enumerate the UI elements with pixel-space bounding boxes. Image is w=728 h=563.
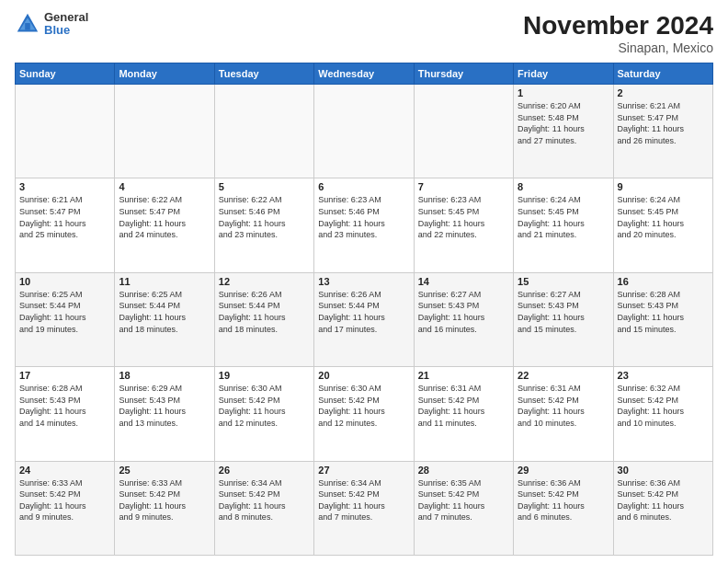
day-info: Sunrise: 6:33 AM Sunset: 5:42 PM Dayligh… [19,477,110,523]
weekday-header-friday: Friday [514,63,613,85]
day-number: 19 [219,370,310,381]
day-number: 13 [318,276,409,287]
logo: General Blue [15,11,88,38]
day-number: 11 [119,276,210,287]
day-number: 30 [618,465,709,476]
day-info: Sunrise: 6:34 AM Sunset: 5:42 PM Dayligh… [318,477,409,523]
calendar-cell: 22Sunrise: 6:31 AM Sunset: 5:42 PM Dayli… [514,367,613,461]
calendar-cell: 23Sunrise: 6:32 AM Sunset: 5:42 PM Dayli… [613,367,712,461]
day-number: 1 [518,87,609,98]
weekday-header-thursday: Thursday [414,63,513,85]
day-number: 16 [618,276,709,287]
day-number: 26 [219,465,310,476]
logo-blue: Blue [44,23,70,37]
calendar-subtitle: Sinapan, Mexico [523,40,713,55]
weekday-header-sunday: Sunday [16,63,115,85]
day-number: 27 [318,465,409,476]
calendar-cell: 28Sunrise: 6:35 AM Sunset: 5:42 PM Dayli… [414,461,513,555]
day-info: Sunrise: 6:35 AM Sunset: 5:42 PM Dayligh… [418,477,509,523]
calendar-week-4: 17Sunrise: 6:28 AM Sunset: 5:43 PM Dayli… [16,367,713,461]
day-info: Sunrise: 6:31 AM Sunset: 5:42 PM Dayligh… [418,383,509,429]
day-info: Sunrise: 6:21 AM Sunset: 5:47 PM Dayligh… [19,194,110,240]
day-info: Sunrise: 6:26 AM Sunset: 5:44 PM Dayligh… [219,289,310,335]
calendar-cell: 3Sunrise: 6:21 AM Sunset: 5:47 PM Daylig… [16,178,115,272]
day-number: 4 [119,181,210,192]
calendar-cell [214,85,313,178]
calendar-cell: 6Sunrise: 6:23 AM Sunset: 5:46 PM Daylig… [314,178,414,272]
day-info: Sunrise: 6:26 AM Sunset: 5:44 PM Dayligh… [318,289,409,335]
day-number: 10 [19,276,110,287]
calendar-cell: 10Sunrise: 6:25 AM Sunset: 5:44 PM Dayli… [16,272,115,366]
title-section: November 2024 Sinapan, Mexico [523,11,713,55]
calendar-cell [16,85,115,178]
calendar-cell: 9Sunrise: 6:24 AM Sunset: 5:45 PM Daylig… [613,178,712,272]
calendar-cell: 21Sunrise: 6:31 AM Sunset: 5:42 PM Dayli… [414,367,513,461]
logo-icon [15,11,40,37]
day-info: Sunrise: 6:30 AM Sunset: 5:42 PM Dayligh… [318,383,409,429]
day-number: 7 [418,181,509,192]
calendar-cell: 7Sunrise: 6:23 AM Sunset: 5:45 PM Daylig… [414,178,513,272]
day-info: Sunrise: 6:23 AM Sunset: 5:46 PM Dayligh… [318,194,409,240]
day-info: Sunrise: 6:34 AM Sunset: 5:42 PM Dayligh… [219,477,310,523]
calendar-cell [115,85,214,178]
calendar-cell: 19Sunrise: 6:30 AM Sunset: 5:42 PM Dayli… [214,367,313,461]
day-number: 23 [618,370,709,381]
calendar-cell: 27Sunrise: 6:34 AM Sunset: 5:42 PM Dayli… [314,461,414,555]
header-row: SundayMondayTuesdayWednesdayThursdayFrid… [16,63,713,85]
day-number: 6 [318,181,409,192]
calendar-cell: 29Sunrise: 6:36 AM Sunset: 5:42 PM Dayli… [514,461,613,555]
calendar-page: General Blue November 2024 Sinapan, Mexi… [0,0,728,563]
calendar-week-3: 10Sunrise: 6:25 AM Sunset: 5:44 PM Dayli… [16,272,713,366]
day-number: 20 [318,370,409,381]
day-number: 17 [19,370,110,381]
calendar-cell [314,85,414,178]
calendar-body: 1Sunrise: 6:20 AM Sunset: 5:48 PM Daylig… [16,85,713,556]
day-info: Sunrise: 6:27 AM Sunset: 5:43 PM Dayligh… [518,289,609,335]
day-number: 12 [219,276,310,287]
calendar-cell: 24Sunrise: 6:33 AM Sunset: 5:42 PM Dayli… [16,461,115,555]
calendar-cell: 1Sunrise: 6:20 AM Sunset: 5:48 PM Daylig… [514,85,613,178]
calendar-title: November 2024 [523,11,713,40]
day-info: Sunrise: 6:32 AM Sunset: 5:42 PM Dayligh… [618,383,709,429]
calendar-cell: 12Sunrise: 6:26 AM Sunset: 5:44 PM Dayli… [214,272,313,366]
calendar-week-1: 1Sunrise: 6:20 AM Sunset: 5:48 PM Daylig… [16,85,713,178]
day-number: 29 [518,465,609,476]
day-number: 28 [418,465,509,476]
calendar-cell [414,85,513,178]
day-number: 5 [219,181,310,192]
header: General Blue November 2024 Sinapan, Mexi… [15,11,713,55]
day-number: 2 [618,87,709,98]
day-info: Sunrise: 6:27 AM Sunset: 5:43 PM Dayligh… [418,289,509,335]
day-info: Sunrise: 6:25 AM Sunset: 5:44 PM Dayligh… [19,289,110,335]
day-info: Sunrise: 6:36 AM Sunset: 5:42 PM Dayligh… [518,477,609,523]
day-number: 8 [518,181,609,192]
calendar-cell: 16Sunrise: 6:28 AM Sunset: 5:43 PM Dayli… [613,272,712,366]
weekday-header-saturday: Saturday [613,63,712,85]
calendar-cell: 2Sunrise: 6:21 AM Sunset: 5:47 PM Daylig… [613,85,712,178]
calendar-cell: 11Sunrise: 6:25 AM Sunset: 5:44 PM Dayli… [115,272,214,366]
day-number: 15 [518,276,609,287]
calendar-cell: 8Sunrise: 6:24 AM Sunset: 5:45 PM Daylig… [514,178,613,272]
day-number: 18 [119,370,210,381]
day-info: Sunrise: 6:31 AM Sunset: 5:42 PM Dayligh… [518,383,609,429]
day-info: Sunrise: 6:29 AM Sunset: 5:43 PM Dayligh… [119,383,210,429]
calendar-cell: 18Sunrise: 6:29 AM Sunset: 5:43 PM Dayli… [115,367,214,461]
calendar-cell: 17Sunrise: 6:28 AM Sunset: 5:43 PM Dayli… [16,367,115,461]
calendar-cell: 14Sunrise: 6:27 AM Sunset: 5:43 PM Dayli… [414,272,513,366]
day-info: Sunrise: 6:21 AM Sunset: 5:47 PM Dayligh… [618,100,709,146]
calendar-cell: 15Sunrise: 6:27 AM Sunset: 5:43 PM Dayli… [514,272,613,366]
weekday-header-monday: Monday [115,63,214,85]
day-info: Sunrise: 6:24 AM Sunset: 5:45 PM Dayligh… [618,194,709,240]
day-info: Sunrise: 6:25 AM Sunset: 5:44 PM Dayligh… [119,289,210,335]
calendar-cell: 4Sunrise: 6:22 AM Sunset: 5:47 PM Daylig… [115,178,214,272]
calendar-table: SundayMondayTuesdayWednesdayThursdayFrid… [15,63,713,556]
calendar-cell: 13Sunrise: 6:26 AM Sunset: 5:44 PM Dayli… [314,272,414,366]
day-info: Sunrise: 6:28 AM Sunset: 5:43 PM Dayligh… [19,383,110,429]
day-number: 24 [19,465,110,476]
day-info: Sunrise: 6:20 AM Sunset: 5:48 PM Dayligh… [518,100,609,146]
day-info: Sunrise: 6:30 AM Sunset: 5:42 PM Dayligh… [219,383,310,429]
day-info: Sunrise: 6:36 AM Sunset: 5:42 PM Dayligh… [618,477,709,523]
calendar-cell: 30Sunrise: 6:36 AM Sunset: 5:42 PM Dayli… [613,461,712,555]
day-number: 21 [418,370,509,381]
day-number: 3 [19,181,110,192]
